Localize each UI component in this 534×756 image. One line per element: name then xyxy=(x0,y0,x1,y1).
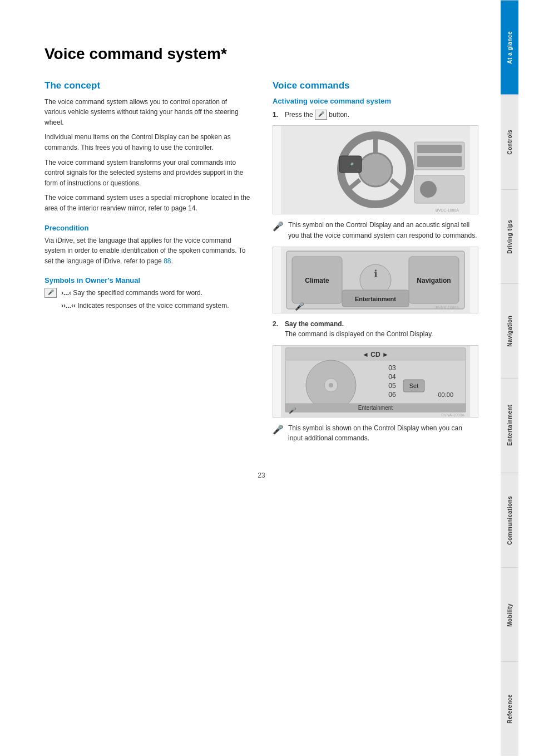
cd-svg: ◄ CD ► 03 04 05 06 Set 0 xyxy=(273,345,478,418)
svg-text:03: 03 xyxy=(388,364,396,372)
menu-diagram: Climate ℹ Navigation Entertainment 🎤 BVN… xyxy=(273,247,478,313)
svg-text:🎤: 🎤 xyxy=(295,302,305,311)
sidebar-tab-at-a-glance[interactable]: At a glance xyxy=(501,0,518,95)
mic-symbol-2: 🎤 xyxy=(273,423,284,437)
symbol-text-1: ›...‹ Say the specified commands word fo… xyxy=(61,288,202,298)
symbol-item-1: 🎤 ›...‹ Say the specified commands word … xyxy=(44,288,250,298)
concept-para-3: The voice command system transforms your… xyxy=(44,158,250,189)
step-2-number: 2. xyxy=(273,319,281,340)
left-column: The concept The voice command system all… xyxy=(44,80,250,449)
concept-para-1: The voice command system allows you to c… xyxy=(44,97,250,128)
svg-text:Set: Set xyxy=(409,382,419,389)
sidebar-tab-controls[interactable]: Controls xyxy=(501,95,518,189)
page-number: 23 xyxy=(44,472,478,479)
svg-rect-9 xyxy=(417,145,462,153)
symbols-heading: Symbols in Owner's Manual xyxy=(44,276,250,284)
menu-svg: Climate ℹ Navigation Entertainment 🎤 BVN… xyxy=(273,247,478,313)
note-1-text: This symbol on the Control Display and a… xyxy=(288,220,478,240)
svg-text:Climate: Climate xyxy=(305,277,329,284)
sidebar-tab-reference[interactable]: Reference xyxy=(501,661,518,756)
cd-diagram: ◄ CD ► 03 04 05 06 Set 0 xyxy=(273,345,478,418)
symbol-text-2: ››...‹‹ Indicates responses of the voice… xyxy=(61,301,229,311)
svg-rect-10 xyxy=(417,156,462,167)
concept-heading: The concept xyxy=(44,80,250,91)
steering-svg: 🎤 BVCC-1000A xyxy=(273,125,478,214)
svg-point-2 xyxy=(359,153,392,186)
svg-text:BVNA-1000A: BVNA-1000A xyxy=(436,306,459,310)
steering-wheel-diagram: 🎤 BVCC-1000A xyxy=(273,125,478,214)
svg-text:05: 05 xyxy=(388,382,396,390)
right-column: Voice commands Activating voice command … xyxy=(273,80,478,449)
mic-symbol: 🎤 xyxy=(273,220,284,234)
svg-text:Navigation: Navigation xyxy=(417,277,451,284)
voice-button-icon: 🎤 xyxy=(315,110,327,120)
note-2-text: This symbol is shown on the Control Disp… xyxy=(288,423,478,444)
svg-point-32 xyxy=(329,383,333,387)
page-title: Voice command system* xyxy=(44,45,478,63)
step-2: 2. Say the command. The command is displ… xyxy=(273,319,478,340)
svg-text:00:00: 00:00 xyxy=(438,391,453,398)
svg-text:ℹ: ℹ xyxy=(374,268,378,279)
concept-para-4: The voice command system uses a special … xyxy=(44,193,250,213)
sidebar-tab-communications[interactable]: Communications xyxy=(501,473,518,567)
svg-text:04: 04 xyxy=(388,373,396,381)
voice-icon: 🎤 xyxy=(44,288,57,298)
svg-text:🎤: 🎤 xyxy=(348,162,354,169)
sidebar-tab-navigation[interactable]: Navigation xyxy=(501,283,518,378)
svg-text:BVNA-1000A: BVNA-1000A xyxy=(441,413,464,417)
sidebar-tab-entertainment[interactable]: Entertainment xyxy=(501,378,518,473)
precondition-text: Via iDrive, set the language that applie… xyxy=(44,235,250,267)
note-1: 🎤 This symbol on the Control Display and… xyxy=(273,220,478,240)
svg-text:🎤: 🎤 xyxy=(289,406,296,414)
sidebar-tab-mobility[interactable]: Mobility xyxy=(501,567,518,662)
voice-commands-heading: Voice commands xyxy=(273,80,478,91)
step-1-number: 1. xyxy=(273,110,281,120)
step-1: 1. Press the 🎤 button. xyxy=(273,110,478,120)
step-2-text: Say the command. The command is displaye… xyxy=(285,319,433,340)
svg-text:Entertainment: Entertainment xyxy=(355,296,396,302)
note-2: 🎤 This symbol is shown on the Control Di… xyxy=(273,423,478,444)
main-content: Voice command system* The concept The vo… xyxy=(0,0,501,756)
page-link-88[interactable]: 88 xyxy=(164,257,171,265)
precondition-heading: Precondition xyxy=(44,224,250,232)
symbol-spacer xyxy=(44,301,57,311)
svg-text:BVCC-1000A: BVCC-1000A xyxy=(436,208,459,212)
svg-text:Entertainment: Entertainment xyxy=(358,405,393,411)
svg-text:◄ CD ►: ◄ CD ► xyxy=(362,351,389,359)
right-sidebar: At a glance Controls Driving tips Naviga… xyxy=(501,0,518,756)
symbol-item-2: ››...‹‹ Indicates responses of the voice… xyxy=(44,301,250,311)
concept-para-2: Individual menu items on the Control Dis… xyxy=(44,132,250,153)
step-1-text: Press the 🎤 button. xyxy=(285,110,349,120)
activating-heading: Activating voice command system xyxy=(273,97,478,105)
svg-text:06: 06 xyxy=(388,391,396,399)
svg-rect-12 xyxy=(420,181,437,198)
sidebar-tab-driving-tips[interactable]: Driving tips xyxy=(501,189,518,284)
